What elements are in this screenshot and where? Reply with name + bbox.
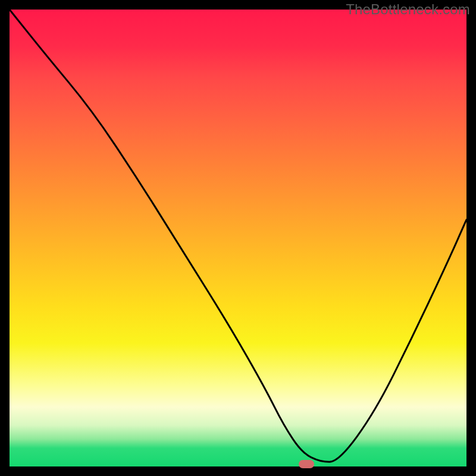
bottleneck-chart: TheBottleneck.com xyxy=(0,0,476,476)
bottleneck-curve-path xyxy=(10,10,466,462)
plot-area xyxy=(10,10,466,466)
curve-layer xyxy=(10,10,466,466)
optimal-marker xyxy=(299,460,314,468)
watermark-text: TheBottleneck.com xyxy=(346,1,470,18)
